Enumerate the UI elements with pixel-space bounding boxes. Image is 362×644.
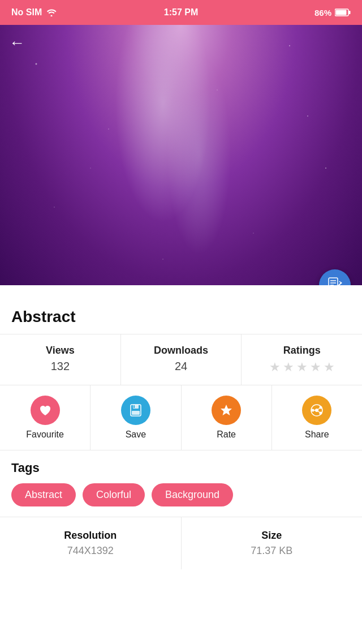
svg-rect-1 — [349, 11, 351, 14]
ratings-stars: ★ ★ ★ ★ ★ — [247, 360, 356, 375]
resolution-label: Resolution — [6, 530, 175, 542]
floppy-icon — [128, 403, 143, 418]
tags-section: Tags Abstract Colorful Background — [0, 450, 362, 517]
star-5: ★ — [324, 360, 335, 375]
stat-downloads: Downloads 24 — [121, 334, 242, 385]
share-icon — [309, 403, 324, 418]
hero-background — [0, 25, 362, 285]
back-button[interactable]: ← — [9, 34, 25, 52]
rate-icon-circle — [212, 396, 241, 425]
share-label: Share — [305, 430, 329, 440]
title-section: Abstract — [0, 285, 362, 334]
star-1: ★ — [269, 360, 281, 375]
wifi-icon — [46, 8, 57, 16]
heart-icon — [38, 403, 53, 418]
status-bar: No SIM 1:57 PM 86% — [0, 0, 362, 25]
svg-marker-14 — [221, 405, 232, 415]
views-value: 132 — [6, 360, 115, 373]
action-favourite[interactable]: Favourite — [0, 385, 90, 450]
svg-rect-2 — [336, 10, 347, 15]
status-time: 1:57 PM — [164, 7, 198, 18]
favourite-label: Favourite — [26, 430, 64, 440]
stat-ratings: Ratings ★ ★ ★ ★ ★ — [242, 334, 362, 385]
views-label: Views — [6, 345, 115, 357]
stat-views: Views 132 — [0, 334, 121, 385]
action-save[interactable]: Save — [90, 385, 181, 450]
svg-rect-12 — [132, 411, 140, 415]
tags-title: Tags — [11, 461, 351, 475]
svg-rect-13 — [133, 405, 135, 408]
meta-row: Resolution 744X1392 Size 71.37 KB — [0, 517, 362, 569]
battery-label: 86% — [314, 8, 331, 18]
star-4: ★ — [310, 360, 321, 375]
battery-icon — [335, 8, 351, 16]
size-label: Size — [187, 530, 357, 542]
share-icon-circle — [302, 396, 331, 425]
tags-list: Abstract Colorful Background — [11, 483, 351, 506]
save-label: Save — [126, 430, 146, 440]
actions-row: Favourite Save Rate — [0, 385, 362, 450]
page-title: Abstract — [11, 308, 351, 326]
hero-image-container: ← — [0, 25, 362, 285]
favourite-icon-circle — [31, 396, 60, 425]
status-left: No SIM — [11, 7, 57, 18]
edit-icon — [326, 277, 343, 285]
star-3: ★ — [296, 360, 308, 375]
star-icon — [219, 403, 234, 418]
action-share[interactable]: Share — [272, 385, 362, 450]
carrier-label: No SIM — [11, 7, 42, 18]
ratings-label: Ratings — [247, 345, 356, 357]
status-right: 86% — [314, 8, 351, 18]
tag-background[interactable]: Background — [152, 483, 233, 506]
meta-size: Size 71.37 KB — [182, 517, 363, 569]
meta-resolution: Resolution 744X1392 — [0, 517, 182, 569]
rate-label: Rate — [217, 430, 236, 440]
downloads-value: 24 — [127, 360, 236, 373]
size-value: 71.37 KB — [187, 545, 357, 557]
stats-row: Views 132 Downloads 24 Ratings ★ ★ ★ ★ ★ — [0, 334, 362, 385]
save-icon-circle — [121, 396, 150, 425]
tag-colorful[interactable]: Colorful — [83, 483, 145, 506]
action-rate[interactable]: Rate — [182, 385, 272, 450]
star-2: ★ — [283, 360, 294, 375]
svg-rect-3 — [329, 278, 338, 285]
downloads-label: Downloads — [127, 345, 236, 357]
resolution-value: 744X1392 — [6, 545, 175, 557]
tag-abstract[interactable]: Abstract — [11, 483, 76, 506]
